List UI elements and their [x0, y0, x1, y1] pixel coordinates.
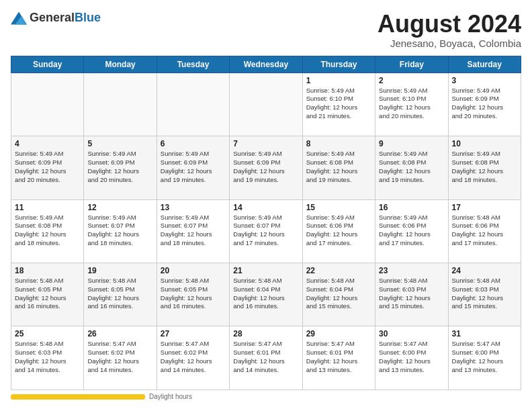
- calendar-cell: [157, 73, 229, 136]
- day-info: Sunrise: 5:49 AM Sunset: 6:09 PM Dayligh…: [87, 150, 152, 184]
- day-number: 9: [379, 139, 444, 148]
- week-row-4: 18Sunrise: 5:48 AM Sunset: 6:05 PM Dayli…: [11, 263, 521, 326]
- day-number: 23: [379, 266, 444, 275]
- day-info: Sunrise: 5:49 AM Sunset: 6:09 PM Dayligh…: [233, 150, 298, 184]
- day-number: 25: [15, 329, 80, 338]
- day-number: 27: [161, 329, 226, 338]
- week-row-3: 11Sunrise: 5:49 AM Sunset: 6:08 PM Dayli…: [11, 199, 521, 263]
- footer: Daylight hours: [11, 393, 521, 400]
- calendar-cell: 27Sunrise: 5:47 AM Sunset: 6:02 PM Dayli…: [157, 326, 229, 390]
- day-number: 12: [87, 203, 152, 212]
- day-number: 7: [233, 139, 298, 148]
- calendar-cell: 23Sunrise: 5:48 AM Sunset: 6:03 PM Dayli…: [375, 263, 448, 326]
- calendar-cell: 7Sunrise: 5:49 AM Sunset: 6:09 PM Daylig…: [230, 136, 302, 199]
- day-info: Sunrise: 5:49 AM Sunset: 6:09 PM Dayligh…: [161, 150, 226, 184]
- day-info: Sunrise: 5:47 AM Sunset: 6:00 PM Dayligh…: [379, 340, 444, 374]
- day-info: Sunrise: 5:47 AM Sunset: 6:02 PM Dayligh…: [87, 340, 152, 374]
- day-info: Sunrise: 5:49 AM Sunset: 6:09 PM Dayligh…: [452, 87, 517, 121]
- day-info: Sunrise: 5:48 AM Sunset: 6:05 PM Dayligh…: [161, 277, 226, 311]
- calendar-cell: 25Sunrise: 5:48 AM Sunset: 6:03 PM Dayli…: [11, 326, 84, 390]
- day-info: Sunrise: 5:49 AM Sunset: 6:07 PM Dayligh…: [233, 214, 298, 248]
- week-row-2: 4Sunrise: 5:49 AM Sunset: 6:09 PM Daylig…: [11, 136, 521, 199]
- day-info: Sunrise: 5:49 AM Sunset: 6:10 PM Dayligh…: [379, 87, 444, 121]
- day-info: Sunrise: 5:49 AM Sunset: 6:10 PM Dayligh…: [306, 87, 371, 121]
- day-info: Sunrise: 5:48 AM Sunset: 6:04 PM Dayligh…: [233, 277, 298, 311]
- calendar-cell: 21Sunrise: 5:48 AM Sunset: 6:04 PM Dayli…: [230, 263, 302, 326]
- day-info: Sunrise: 5:49 AM Sunset: 6:08 PM Dayligh…: [379, 150, 444, 184]
- calendar-cell: 2Sunrise: 5:49 AM Sunset: 6:10 PM Daylig…: [375, 73, 448, 136]
- day-number: 16: [379, 203, 444, 212]
- calendar-cell: 10Sunrise: 5:49 AM Sunset: 6:08 PM Dayli…: [448, 136, 521, 199]
- calendar-cell: 31Sunrise: 5:47 AM Sunset: 6:00 PM Dayli…: [448, 326, 521, 390]
- day-info: Sunrise: 5:49 AM Sunset: 6:07 PM Dayligh…: [161, 214, 226, 248]
- calendar-cell: 17Sunrise: 5:48 AM Sunset: 6:06 PM Dayli…: [448, 199, 521, 263]
- day-info: Sunrise: 5:49 AM Sunset: 6:08 PM Dayligh…: [306, 150, 371, 184]
- day-info: Sunrise: 5:49 AM Sunset: 6:07 PM Dayligh…: [87, 214, 152, 248]
- day-number: 2: [379, 76, 444, 85]
- calendar-cell: 14Sunrise: 5:49 AM Sunset: 6:07 PM Dayli…: [230, 199, 302, 263]
- header: GeneralBlue August 2024 Jenesano, Boyaca…: [11, 11, 521, 49]
- calendar-cell: [84, 73, 157, 136]
- week-row-5: 25Sunrise: 5:48 AM Sunset: 6:03 PM Dayli…: [11, 326, 521, 390]
- logo-blue: Blue: [75, 11, 101, 24]
- day-info: Sunrise: 5:49 AM Sunset: 6:06 PM Dayligh…: [306, 214, 371, 248]
- day-number: 5: [87, 139, 152, 148]
- day-number: 22: [306, 266, 371, 275]
- daylight-bar: [11, 394, 145, 400]
- logo: GeneralBlue: [11, 11, 101, 25]
- day-info: Sunrise: 5:49 AM Sunset: 6:06 PM Dayligh…: [379, 214, 444, 248]
- day-number: 11: [15, 203, 80, 212]
- day-number: 28: [233, 329, 298, 338]
- calendar-cell: [11, 73, 84, 136]
- calendar-cell: 9Sunrise: 5:49 AM Sunset: 6:08 PM Daylig…: [375, 136, 448, 199]
- calendar-cell: 8Sunrise: 5:49 AM Sunset: 6:08 PM Daylig…: [302, 136, 375, 199]
- calendar-cell: 15Sunrise: 5:49 AM Sunset: 6:06 PM Dayli…: [302, 199, 375, 263]
- weekday-thursday: Thursday: [302, 56, 375, 73]
- day-number: 6: [161, 139, 226, 148]
- day-info: Sunrise: 5:48 AM Sunset: 6:05 PM Dayligh…: [15, 277, 80, 311]
- calendar-cell: 28Sunrise: 5:47 AM Sunset: 6:01 PM Dayli…: [230, 326, 302, 390]
- calendar-table: SundayMondayTuesdayWednesdayThursdayFrid…: [11, 56, 521, 390]
- day-number: 10: [452, 139, 517, 148]
- calendar-cell: 1Sunrise: 5:49 AM Sunset: 6:10 PM Daylig…: [302, 73, 375, 136]
- location: Jenesano, Boyaca, Colombia: [378, 38, 521, 49]
- day-number: 31: [452, 329, 517, 338]
- title-section: August 2024 Jenesano, Boyaca, Colombia: [378, 11, 521, 49]
- day-number: 21: [233, 266, 298, 275]
- calendar-cell: 29Sunrise: 5:47 AM Sunset: 6:01 PM Dayli…: [302, 326, 375, 390]
- day-info: Sunrise: 5:47 AM Sunset: 6:00 PM Dayligh…: [452, 340, 517, 374]
- logo-general: General: [30, 11, 75, 24]
- weekday-friday: Friday: [375, 56, 448, 73]
- weekday-header-row: SundayMondayTuesdayWednesdayThursdayFrid…: [11, 56, 521, 73]
- day-info: Sunrise: 5:48 AM Sunset: 6:03 PM Dayligh…: [379, 277, 444, 311]
- day-info: Sunrise: 5:49 AM Sunset: 6:08 PM Dayligh…: [452, 150, 517, 184]
- calendar-cell: 12Sunrise: 5:49 AM Sunset: 6:07 PM Dayli…: [84, 199, 157, 263]
- day-info: Sunrise: 5:48 AM Sunset: 6:03 PM Dayligh…: [452, 277, 517, 311]
- day-number: 14: [233, 203, 298, 212]
- weekday-saturday: Saturday: [448, 56, 521, 73]
- day-info: Sunrise: 5:47 AM Sunset: 6:01 PM Dayligh…: [306, 340, 371, 374]
- day-info: Sunrise: 5:48 AM Sunset: 6:04 PM Dayligh…: [306, 277, 371, 311]
- day-number: 26: [87, 329, 152, 338]
- day-number: 29: [306, 329, 371, 338]
- page: GeneralBlue August 2024 Jenesano, Boyaca…: [0, 0, 532, 411]
- weekday-monday: Monday: [84, 56, 157, 73]
- logo-text: GeneralBlue: [30, 11, 101, 25]
- calendar-cell: 3Sunrise: 5:49 AM Sunset: 6:09 PM Daylig…: [448, 73, 521, 136]
- day-number: 20: [161, 266, 226, 275]
- calendar-cell: 4Sunrise: 5:49 AM Sunset: 6:09 PM Daylig…: [11, 136, 84, 199]
- day-number: 30: [379, 329, 444, 338]
- calendar-cell: 30Sunrise: 5:47 AM Sunset: 6:00 PM Dayli…: [375, 326, 448, 390]
- calendar-cell: 22Sunrise: 5:48 AM Sunset: 6:04 PM Dayli…: [302, 263, 375, 326]
- calendar-cell: 6Sunrise: 5:49 AM Sunset: 6:09 PM Daylig…: [157, 136, 229, 199]
- day-info: Sunrise: 5:48 AM Sunset: 6:05 PM Dayligh…: [87, 277, 152, 311]
- weekday-sunday: Sunday: [11, 56, 84, 73]
- calendar-cell: 11Sunrise: 5:49 AM Sunset: 6:08 PM Dayli…: [11, 199, 84, 263]
- day-number: 24: [452, 266, 517, 275]
- day-number: 1: [306, 76, 371, 85]
- day-number: 3: [452, 76, 517, 85]
- day-info: Sunrise: 5:49 AM Sunset: 6:09 PM Dayligh…: [15, 150, 80, 184]
- day-number: 13: [161, 203, 226, 212]
- calendar-cell: 20Sunrise: 5:48 AM Sunset: 6:05 PM Dayli…: [157, 263, 229, 326]
- week-row-1: 1Sunrise: 5:49 AM Sunset: 6:10 PM Daylig…: [11, 73, 521, 136]
